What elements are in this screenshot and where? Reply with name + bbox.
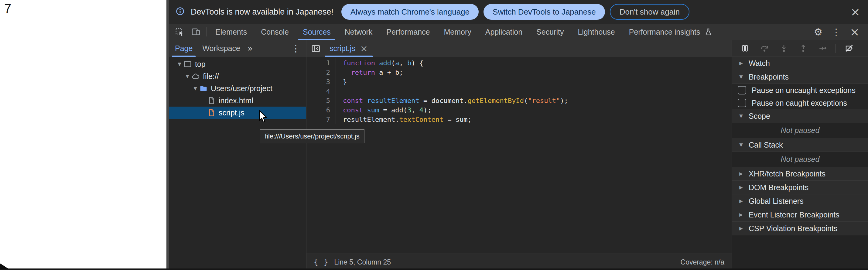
editor-tab-scriptjs[interactable]: script.js × [323,40,374,57]
expander-icon[interactable]: ▼ [176,61,183,67]
expander-icon[interactable]: ▼ [737,74,745,80]
checkbox-icon[interactable] [738,99,746,107]
file-js-icon [207,109,217,117]
infobar-message: DevTools is now available in Japanese! [191,7,334,17]
step-icon[interactable] [818,44,827,53]
section-label: DOM Breakpoints [749,183,808,192]
tab-performance[interactable]: Performance [379,24,437,40]
expander-icon[interactable]: ▼ [737,113,745,119]
section-call-stack[interactable]: ▼Call Stack [732,138,868,152]
navigator-tabs: Page Workspace » ⋮ [169,40,306,57]
tab-elements[interactable]: Elements [208,24,254,40]
checkbox-icon[interactable] [738,86,746,94]
section-scope[interactable]: ▼Scope [732,109,868,123]
code-text: const sum = add(3, 4); [336,106,431,115]
section-dom-breakpoints[interactable]: ▶DOM Breakpoints [732,181,868,194]
section-event-listener-breakpoints[interactable]: ▶Event Listener Breakpoints [732,208,868,222]
devtools-tabbar: ElementsConsoleSourcesNetworkPerformance… [169,24,868,40]
screenshot-canvas: 7 DevTools is now available in Japanese!… [0,0,868,270]
code-line-3: 3} [306,77,732,87]
expander-icon[interactable]: ▶ [737,171,745,176]
code-line-5: 5const resultElement = document.getEleme… [306,96,732,106]
line-number[interactable]: 5 [306,96,336,106]
folder-icon [199,84,210,93]
code-text [336,87,347,96]
section-csp-violation-breakpoints[interactable]: ▶CSP Violation Breakpoints [732,222,868,235]
tab-lighthouse[interactable]: Lighthouse [571,24,622,40]
infobar-close-icon[interactable]: × [850,6,860,18]
pretty-print-icon[interactable]: { } [314,258,329,266]
pause-icon[interactable] [741,44,749,53]
devtools-main: Page Workspace » ⋮ ▼top▼file://▼Users/us… [169,40,868,270]
expander-icon[interactable]: ▶ [737,212,745,217]
debugger-empty-area [732,235,868,270]
expander-icon[interactable]: ▶ [737,198,745,204]
tree-item-label: top [195,60,206,69]
line-number[interactable]: 1 [306,58,336,68]
code-text: return a + b; [336,68,403,77]
switch-devtools-to-japanese-button[interactable]: Switch DevTools to Japanese [484,4,605,20]
option-pause-on-uncaught-exceptions[interactable]: Pause on uncaught exceptions [732,84,868,97]
code-text: const resultElement = document.getElemen… [336,96,568,106]
tab-network[interactable]: Network [338,24,380,40]
tree-item-users-user-project[interactable]: ▼Users/user/project [169,82,306,94]
tree-item-file[interactable]: ▼file:// [169,70,306,82]
tab-performance-insights[interactable]: Performance insights [622,24,719,40]
section-label: CSP Violation Breakpoints [749,224,837,233]
deactivate-breakpoints-icon[interactable] [845,44,854,53]
expander-icon[interactable]: ▼ [183,73,191,79]
inspect-icon[interactable] [171,24,188,40]
navigator-menu-kebab-icon[interactable]: ⋮ [291,43,306,54]
tree-item-top[interactable]: ▼top [169,58,306,70]
section-global-listeners[interactable]: ▶Global Listeners [732,194,868,208]
tab-workspace[interactable]: Workspace [197,40,245,57]
debugger-toolbar [732,40,868,57]
tab-sources[interactable]: Sources [296,24,338,40]
editor-pane: script.js × 1function add(a, b) {2 retur… [306,40,732,270]
line-number[interactable]: 4 [306,87,336,96]
tab-memory[interactable]: Memory [437,24,478,40]
expander-icon[interactable]: ▶ [737,226,745,231]
tab-label: Memory [444,28,471,36]
tab-application[interactable]: Application [478,24,529,40]
editor-tab-label: script.js [330,44,355,53]
cursor-position-label: Line 5, Column 25 [334,258,391,266]
tree-item-script-js[interactable]: script.js [169,107,306,119]
panel-toggle-icon[interactable] [311,44,320,53]
tree-item-index-html[interactable]: index.html [169,94,306,107]
code-editor[interactable]: 1function add(a, b) {2 return a + b;3}4 … [306,57,732,253]
section-label: Breakpoints [749,72,789,81]
tab-console[interactable]: Console [254,24,296,40]
dont-show-again-button[interactable]: Don't show again [610,4,690,20]
code-text: function add(a, b) { [336,58,423,68]
line-number[interactable]: 3 [306,77,336,87]
tab-label: Performance insights [629,28,700,36]
expander-icon[interactable]: ▶ [737,185,745,190]
settings-gear-icon[interactable]: ⚙ [810,26,826,38]
info-icon [176,7,185,17]
section-label: Scope [749,112,770,121]
editor-tab-close-icon[interactable]: × [360,44,368,53]
line-number[interactable]: 2 [306,68,336,77]
step-out-icon[interactable] [799,44,808,53]
section-breakpoints[interactable]: ▼Breakpoints [732,70,868,84]
section-watch[interactable]: ▶Watch [732,57,868,70]
more-tabs-icon[interactable]: » [245,43,255,54]
line-number[interactable]: 7 [306,115,336,124]
tab-security[interactable]: Security [529,24,571,40]
expander-icon[interactable]: ▼ [737,142,745,148]
expander-icon[interactable]: ▶ [737,60,745,66]
expander-icon[interactable]: ▼ [191,86,199,91]
step-over-icon[interactable] [760,44,769,53]
devtools-close-icon[interactable]: × [846,26,863,38]
placeholder-call-stack: Not paused [732,152,868,167]
section-xhr-fetch-breakpoints[interactable]: ▶XHR/fetch Breakpoints [732,167,868,181]
option-pause-on-caught-exceptions[interactable]: Pause on caught exceptions [732,97,868,109]
line-number[interactable]: 6 [306,106,336,115]
code-text: resultElement.textContent = sum; [336,115,472,124]
kebab-menu-icon[interactable]: ⋮ [828,27,844,37]
always-match-chromes-language-button[interactable]: Always match Chrome's language [341,4,478,20]
tab-page[interactable]: Page [170,40,197,57]
step-into-icon[interactable] [780,44,788,53]
device-toolbar-icon[interactable] [188,24,204,40]
